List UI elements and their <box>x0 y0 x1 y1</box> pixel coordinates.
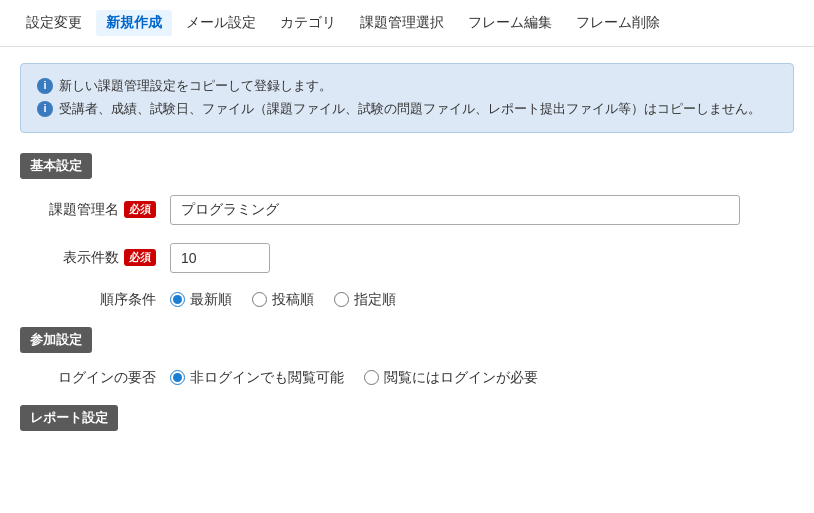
login-no-login[interactable]: 非ログインでも閲覧可能 <box>170 369 344 387</box>
order-row: 順序条件 最新順 投稿順 指定順 <box>20 291 794 309</box>
login-required-option[interactable]: 閲覧にはログインが必要 <box>364 369 538 387</box>
main-content: i 新しい課題管理設定をコピーして登録します。 i 受講者、成績、試験日、ファイ… <box>0 47 814 463</box>
report-settings-section: レポート設定 <box>20 405 794 447</box>
info-line-1: i 新しい課題管理設定をコピーして登録します。 <box>37 76 777 97</box>
order-newest-radio[interactable] <box>170 292 185 307</box>
login-required-radio-group: 非ログインでも閲覧可能 閲覧にはログインが必要 <box>170 369 538 387</box>
order-post-radio[interactable] <box>252 292 267 307</box>
nav-settings-change[interactable]: 設定変更 <box>16 10 92 36</box>
order-specified-radio[interactable] <box>334 292 349 307</box>
info-line-2: i 受講者、成績、試験日、ファイル（課題ファイル、試験の問題ファイル、レポート提… <box>37 99 777 120</box>
login-no-login-radio[interactable] <box>170 370 185 385</box>
display-count-row: 表示件数 必須 <box>20 243 794 273</box>
basic-settings-section: 基本設定 課題管理名 必須 表示件数 必須 順序条件 <box>20 153 794 309</box>
info-icon-1: i <box>37 78 53 94</box>
login-required-label: ログインの要否 <box>30 369 170 387</box>
nav-mail-settings[interactable]: メール設定 <box>176 10 266 36</box>
issue-name-label: 課題管理名 必須 <box>30 201 170 219</box>
info-text-1: 新しい課題管理設定をコピーして登録します。 <box>59 76 332 97</box>
issue-name-row: 課題管理名 必須 <box>20 195 794 225</box>
info-text-2: 受講者、成績、試験日、ファイル（課題ファイル、試験の問題ファイル、レポート提出フ… <box>59 99 761 120</box>
info-icon-2: i <box>37 101 53 117</box>
nav-category[interactable]: カテゴリ <box>270 10 346 36</box>
nav-frame-delete[interactable]: フレーム削除 <box>566 10 670 36</box>
display-count-input[interactable] <box>170 243 270 273</box>
info-box: i 新しい課題管理設定をコピーして登録します。 i 受講者、成績、試験日、ファイ… <box>20 63 794 133</box>
order-newest[interactable]: 最新順 <box>170 291 232 309</box>
issue-name-required: 必須 <box>124 201 156 218</box>
login-required-radio[interactable] <box>364 370 379 385</box>
nav-issue-management[interactable]: 課題管理選択 <box>350 10 454 36</box>
display-count-required: 必須 <box>124 249 156 266</box>
order-specified[interactable]: 指定順 <box>334 291 396 309</box>
participation-settings-section: 参加設定 ログインの要否 非ログインでも閲覧可能 閲覧にはログインが必要 <box>20 327 794 387</box>
participation-settings-header: 参加設定 <box>20 327 92 353</box>
order-label: 順序条件 <box>30 291 170 309</box>
basic-settings-header: 基本設定 <box>20 153 92 179</box>
nav-frame-edit[interactable]: フレーム編集 <box>458 10 562 36</box>
report-settings-header: レポート設定 <box>20 405 118 431</box>
nav-new-create[interactable]: 新規作成 <box>96 10 172 36</box>
top-nav: 設定変更 新規作成 メール設定 カテゴリ 課題管理選択 フレーム編集 フレーム削… <box>0 0 814 47</box>
order-post[interactable]: 投稿順 <box>252 291 314 309</box>
issue-name-input[interactable] <box>170 195 740 225</box>
display-count-label: 表示件数 必須 <box>30 249 170 267</box>
order-radio-group: 最新順 投稿順 指定順 <box>170 291 396 309</box>
login-required-row: ログインの要否 非ログインでも閲覧可能 閲覧にはログインが必要 <box>20 369 794 387</box>
